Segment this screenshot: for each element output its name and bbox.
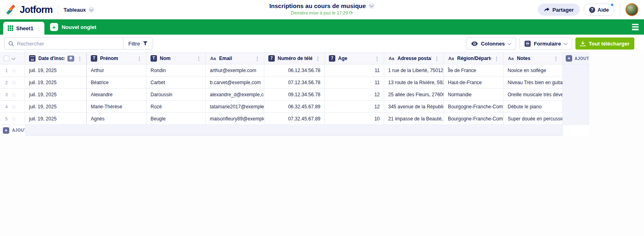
- add-row-button[interactable]: + AJOUTER: [0, 125, 25, 136]
- cell-notes[interactable]: Super douée en percussions: [504, 113, 563, 125]
- star-icon[interactable]: ☆: [11, 92, 17, 97]
- cell-adresse[interactable]: 21 impasse de la Beauté, 2...: [384, 113, 444, 125]
- column-menu-icon[interactable]: ⋮: [196, 56, 201, 62]
- cell-region[interactable]: Bourgogne-Franche-Comté: [444, 101, 504, 113]
- cell-telephone[interactable]: 06.12.34.56.78: [264, 64, 325, 77]
- add-column-button[interactable]: + AJOUTER: [563, 52, 589, 64]
- column-header-prenom[interactable]: T Prénom ⋮: [87, 52, 146, 64]
- column-menu-icon[interactable]: ⋮: [255, 56, 260, 62]
- cell-date[interactable]: juil. 19, 2025: [25, 101, 87, 113]
- cell-telephone[interactable]: 09.12.34.56.78: [264, 89, 325, 101]
- new-tab-button[interactable]: + Nouvel onglet: [50, 19, 96, 35]
- question-mark-icon: ?: [589, 7, 595, 13]
- column-header-date[interactable]: 10 Date d'inscript... ⋮: [25, 52, 87, 64]
- column-menu-icon[interactable]: ⋮: [553, 56, 558, 62]
- cell-adresse[interactable]: 25 allée des Fleurs, 27600 ...: [384, 89, 444, 101]
- cell-date[interactable]: juil. 19, 2025: [25, 77, 87, 89]
- product-switcher[interactable]: Tableaux: [63, 7, 94, 13]
- eye-icon: [471, 41, 478, 46]
- cell-date[interactable]: juil. 19, 2025: [25, 64, 87, 77]
- cell-adresse[interactable]: 345 avenue de la Républiq...: [384, 101, 444, 113]
- column-header-email[interactable]: Aa Email ⋮: [206, 52, 264, 64]
- star-icon[interactable]: ☆: [11, 116, 17, 122]
- cell-email[interactable]: maisonfleury89@exemple,...: [206, 113, 264, 125]
- form-button[interactable]: Formulaire: [519, 37, 572, 50]
- chevron-down-icon[interactable]: [12, 56, 16, 60]
- cell-age[interactable]: 12: [325, 101, 384, 113]
- column-menu-icon[interactable]: ⋮: [77, 56, 82, 62]
- table-toolbar: Filtre Colonnes Formulaire Tout téléchar…: [0, 35, 644, 52]
- star-icon[interactable]: ☆: [11, 68, 17, 73]
- search-box: [4, 37, 123, 50]
- cell-age[interactable]: 12: [325, 89, 384, 101]
- help-button[interactable]: ? Aide: [583, 4, 615, 16]
- cell-nom[interactable]: Rondin: [146, 64, 206, 77]
- cell-nom[interactable]: Beugle: [146, 113, 206, 125]
- column-header-notes[interactable]: Aa Notes ⋮: [504, 52, 563, 64]
- add-row-strip[interactable]: [25, 125, 563, 136]
- column-menu-icon[interactable]: ⋮: [434, 56, 439, 62]
- cell-region[interactable]: Bourgogne-Franche-Comté: [444, 113, 504, 125]
- cell-date[interactable]: juil. 19, 2025: [25, 113, 87, 125]
- columns-button[interactable]: Colonnes: [466, 37, 516, 50]
- cell-prenom[interactable]: Marie-Thérèse: [87, 101, 146, 113]
- cell-notes[interactable]: Novice en solfège: [504, 64, 563, 77]
- column-menu-icon[interactable]: ⋮: [137, 56, 142, 62]
- download-icon: [580, 41, 585, 46]
- cell-nom[interactable]: Carbet: [146, 77, 206, 89]
- column-header-region[interactable]: Aa Région/Départe... ⋮: [444, 52, 504, 64]
- cell-email[interactable]: arthur@exemple.com: [206, 64, 264, 77]
- cell-notes[interactable]: Oreille musicale très dével...: [504, 89, 563, 101]
- download-all-button[interactable]: Tout télécharger: [575, 37, 634, 50]
- page-title-row[interactable]: Inscriptions au cours de musique: [269, 2, 374, 9]
- cell-age[interactable]: 10: [325, 113, 384, 125]
- tab-menu-icon[interactable]: ⋮: [36, 25, 42, 31]
- star-icon[interactable]: ☆: [11, 80, 17, 85]
- column-menu-icon[interactable]: ⋮: [315, 56, 320, 62]
- tab-sheet1[interactable]: Sheet1 ⋮: [3, 22, 44, 35]
- tabs-menu-icon[interactable]: [632, 24, 639, 30]
- cell-age[interactable]: 11: [325, 77, 384, 89]
- cell-prenom[interactable]: Béatrice: [87, 77, 146, 89]
- cell-telephone[interactable]: 07.12.34.56.78: [264, 77, 325, 89]
- table-row: 1 ☆ juil. 19, 2025 Arthur Rondin arthur@…: [0, 64, 589, 77]
- cell-date[interactable]: juil. 19, 2025: [25, 89, 87, 101]
- table-row: 4 ☆ juil. 19, 2025 Marie-Thérèse Rozé ta…: [0, 101, 589, 113]
- column-header-adresse[interactable]: Aa Adresse postale ⋮: [384, 52, 444, 64]
- grid-icon: [8, 25, 13, 31]
- cell-email[interactable]: b.carvet@exemple,com: [206, 77, 264, 89]
- share-button[interactable]: Partager: [538, 4, 580, 16]
- cell-email[interactable]: tatamarie2017@exemple,c...: [206, 101, 264, 113]
- column-header-age[interactable]: 7 Age ⋮: [325, 52, 384, 64]
- select-all-checkbox[interactable]: [4, 56, 9, 61]
- cell-email[interactable]: alexandre_d@exemple,com: [206, 89, 264, 101]
- cell-nom[interactable]: Rozé: [146, 101, 206, 113]
- cell-prenom[interactable]: Alexandre: [87, 89, 146, 101]
- cell-age[interactable]: 11: [325, 64, 384, 77]
- cell-notes[interactable]: Débute le piano: [504, 101, 563, 113]
- row-number: 5: [4, 116, 8, 121]
- cell-prenom[interactable]: Agnès: [87, 113, 146, 125]
- cell-nom[interactable]: Daroussin: [146, 89, 206, 101]
- user-avatar[interactable]: [625, 3, 638, 16]
- column-header-telephone[interactable]: 7 Numéro de télép... ⋮: [264, 52, 325, 64]
- cell-adresse[interactable]: 1 rue de la Liberté, 75012 P...: [384, 64, 444, 77]
- cell-region[interactable]: Haut-de-France: [444, 77, 504, 89]
- filter-button[interactable]: Filtre: [123, 37, 153, 50]
- search-input[interactable]: [17, 41, 119, 47]
- column-menu-icon[interactable]: ⋮: [374, 56, 380, 62]
- column-menu-icon[interactable]: ⋮: [494, 56, 499, 62]
- logo-area[interactable]: Jotform: [0, 4, 52, 15]
- star-icon[interactable]: ☆: [11, 104, 17, 110]
- refresh-icon[interactable]: ⟳: [349, 10, 353, 15]
- cell-telephone[interactable]: 07.32.45.67.89: [264, 113, 325, 125]
- cell-prenom[interactable]: Arthur: [87, 64, 146, 77]
- row-gutter: 2 ☆: [0, 77, 25, 89]
- cell-notes[interactable]: Niveau Très bien en guitare: [504, 77, 563, 89]
- cell-telephone[interactable]: 06.32.45.67.89: [264, 101, 325, 113]
- column-header-nom[interactable]: T Nom ⋮: [146, 52, 206, 64]
- cell-region[interactable]: Île de France: [444, 64, 504, 77]
- cell-region[interactable]: Normandie: [444, 89, 504, 101]
- pin-icon[interactable]: [67, 56, 74, 62]
- cell-adresse[interactable]: 13 route de la Rivière, 5921...: [384, 77, 444, 89]
